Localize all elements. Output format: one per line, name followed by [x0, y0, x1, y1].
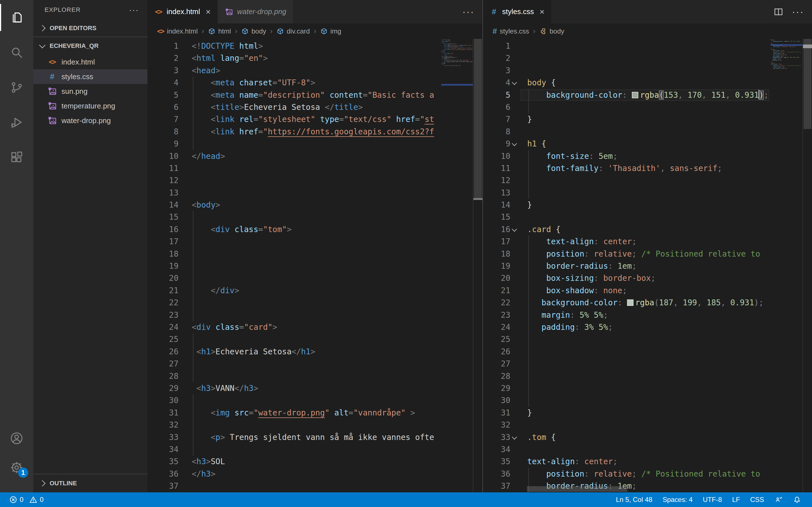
activity-item-search[interactable] — [0, 35, 33, 70]
tab-index.html[interactable]: <>index.html× — [147, 0, 218, 23]
line-number: 17 — [147, 235, 179, 247]
more-actions-icon[interactable]: ··· — [792, 6, 804, 17]
more-actions-icon[interactable]: ··· — [462, 6, 474, 17]
minimap[interactable]: <!DOCTYPE html><html lang="en"><head> <m… — [441, 39, 473, 492]
code-area[interactable]: 1234body {5 background-color: rgba(153, … — [483, 39, 771, 492]
code-line: 26 <h1>Echeveria Setosa</h1> — [147, 346, 441, 358]
gutter-fold-area — [179, 223, 192, 235]
status-problems[interactable]: 00 — [0, 496, 45, 504]
activity-item-account[interactable] — [0, 424, 33, 453]
line-number: 18 — [147, 248, 179, 260]
gutter-fold-area — [510, 284, 527, 297]
close-icon[interactable]: × — [206, 8, 211, 16]
fold-chevron-down-icon[interactable] — [512, 434, 517, 439]
status-right: Ln 5, Col 48Spaces: 4UTF-8LFCSS — [611, 496, 812, 504]
activity-item-source-control[interactable] — [0, 70, 33, 105]
status-item-css[interactable]: CSS — [745, 496, 769, 504]
tab-styles.css[interactable]: #styles.css× — [483, 0, 552, 23]
activity-spacer — [0, 175, 33, 424]
code-text: background-color: rgba(187, 199, 185, 0.… — [527, 297, 763, 309]
code-line: 32 — [483, 419, 771, 431]
line-number: 14 — [147, 199, 179, 211]
scrollbar-thumb[interactable] — [474, 39, 482, 198]
line-number: 14 — [483, 199, 510, 211]
activity-item-extensions[interactable] — [0, 140, 33, 175]
activity-item-settings[interactable]: 1 — [0, 453, 33, 482]
gutter-fold-area — [179, 443, 192, 455]
line-number: 7 — [147, 113, 179, 125]
code-line: 29 <h3>VANN</h3> — [147, 382, 441, 394]
gutter-fold-area — [179, 52, 192, 64]
code-line: 28 — [147, 370, 441, 382]
line-number: 25 — [483, 333, 510, 345]
code-text: text-align: center; — [527, 235, 637, 247]
tab-water-drop.png[interactable]: water-drop.png — [218, 0, 294, 23]
status-item-ln-5-col-48[interactable]: Ln 5, Col 48 — [611, 496, 657, 504]
outline-section[interactable]: OUTLINE — [33, 474, 147, 492]
feedback-icon[interactable] — [769, 496, 788, 504]
file-item-styles.css[interactable]: #styles.css — [33, 69, 147, 84]
breadcrumb-item-body[interactable]: body — [241, 27, 266, 35]
fold-chevron-down-icon[interactable] — [512, 141, 517, 146]
breadcrumb-item-div.card[interactable]: div.card — [276, 27, 310, 35]
line-number: 28 — [483, 370, 510, 382]
breadcrumb-item-html[interactable]: html — [208, 27, 231, 35]
chevron-right-icon — [39, 25, 46, 32]
vertical-scrollbar[interactable] — [802, 39, 812, 492]
activity-item-explorer[interactable] — [0, 0, 33, 35]
close-icon[interactable]: × — [540, 8, 545, 16]
open-editors-section[interactable]: OPEN EDITORS — [33, 20, 147, 37]
code-text: <h3>VANN</h3> — [192, 382, 258, 394]
color-swatch[interactable] — [627, 299, 633, 306]
gutter-fold-area — [179, 407, 192, 419]
cube-icon — [208, 27, 215, 35]
vertical-scrollbar[interactable] — [473, 39, 483, 492]
code-line: 25 — [483, 333, 771, 345]
fold-chevron-down-icon[interactable] — [512, 80, 517, 85]
status-item-lf[interactable]: LF — [727, 496, 745, 504]
line-number: 10 — [147, 150, 179, 162]
line-number: 37 — [483, 480, 510, 492]
line-number: 37 — [147, 480, 179, 492]
gutter-fold-area — [510, 309, 527, 321]
code-area[interactable]: 1<!DOCTYPE html>2<html lang="en">3<head>… — [147, 39, 441, 492]
file-item-water-drop.png[interactable]: water-drop.png — [33, 113, 147, 128]
status-item-utf-8[interactable]: UTF-8 — [698, 496, 727, 504]
file-item-temperature.png[interactable]: temperature.png — [33, 99, 147, 113]
status-error-icon[interactable]: 0 — [7, 496, 25, 504]
folder-section[interactable]: ECHEVERIA_QR — [33, 37, 147, 55]
breadcrumb-item-styles.css[interactable]: #styles.css — [493, 27, 529, 36]
breadcrumb-item-index.html[interactable]: <>index.html — [157, 27, 198, 35]
gutter-fold-area — [179, 235, 192, 247]
scrollbar-thumb[interactable] — [804, 39, 811, 129]
color-swatch[interactable] — [632, 92, 638, 98]
line-number: 22 — [147, 297, 179, 309]
code-text: <head> — [192, 64, 220, 76]
minimap[interactable]: body { background-color: rgba(153, 170, … — [771, 39, 802, 492]
breadcrumb: <>index.html›html›body›div.card›img — [147, 23, 483, 39]
status-warning-icon[interactable]: 0 — [28, 496, 45, 504]
activity-item-run-debug[interactable] — [0, 105, 33, 140]
indent-guide — [193, 394, 193, 406]
gutter-fold-area — [510, 358, 527, 370]
code-text: position: relative; /* Positioned relati… — [527, 468, 760, 480]
split-editor-icon[interactable] — [773, 7, 783, 17]
fold-chevron-down-icon[interactable] — [512, 226, 517, 231]
scrollbar-handle[interactable] — [473, 198, 483, 200]
code-line: 38 <img src="sun.png" alt="sol"> — [147, 492, 441, 492]
indent-guide — [528, 187, 529, 199]
more-actions-icon[interactable]: ··· — [129, 5, 139, 15]
file-item-sun.png[interactable]: sun.png — [33, 84, 147, 99]
code-line: 20 — [147, 272, 441, 284]
breadcrumb-item-body[interactable]: body — [539, 27, 564, 35]
editor-group-right: #styles.css×···#styles.css›body1234body … — [483, 0, 812, 492]
indent-guide — [193, 309, 193, 321]
code-line: 35text-align: center; — [483, 455, 771, 467]
breadcrumb-item-img[interactable]: img — [320, 27, 342, 35]
horizontal-scrollbar-thumb[interactable] — [527, 486, 627, 492]
breadcrumb-label: div.card — [287, 27, 310, 35]
code-text: h1 { — [527, 138, 546, 150]
bell-icon[interactable] — [788, 496, 806, 504]
file-item-index.html[interactable]: <>index.html — [33, 55, 147, 69]
status-item-spaces-4[interactable]: Spaces: 4 — [658, 496, 698, 504]
